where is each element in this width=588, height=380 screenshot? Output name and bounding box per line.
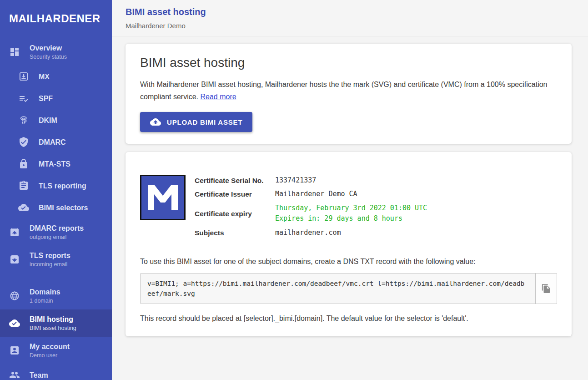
sidebar-item-label: MX — [39, 72, 50, 81]
page-subtitle: Mailhardener Demo — [126, 22, 577, 30]
content-area: BIMI asset hosting With Mailhardener BIM… — [112, 36, 588, 380]
sidebar-item-sublabel: Security status — [30, 53, 67, 61]
sidebar-item-tls-reports[interactable]: TLS reports incoming email — [0, 246, 112, 273]
app-window: MAILHARDENER Overview Security status MX — [0, 0, 588, 380]
certificate-serial-value: 1337421337 — [275, 176, 316, 185]
cloud-upload-icon — [150, 117, 161, 127]
sidebar-item-dmarc-reports[interactable]: DMARC reports outgoing email — [0, 218, 112, 246]
topbar: BIMI asset hosting Mailhardener Demo — [112, 0, 588, 36]
certificate-subjects-value: mailhardener.com — [275, 228, 341, 238]
sidebar-item-my-account[interactable]: My account Demo user — [0, 337, 112, 364]
brand-logo: MAILHARDENER — [0, 0, 112, 38]
dashboard-icon — [9, 46, 20, 57]
nav-divider-gap — [0, 273, 112, 282]
unarchive-icon — [9, 227, 20, 238]
sidebar-item-label: DMARC reports — [30, 224, 84, 233]
upload-button-label: UPLOAD BIMI ASSET — [167, 118, 242, 126]
sidebar-item-label: Team — [30, 371, 48, 380]
card-heading: BIMI asset hosting — [140, 56, 557, 70]
sidebar-item-bimi-selectors[interactable]: BIMI selectors — [0, 197, 112, 218]
field-label: Subjects — [195, 228, 275, 238]
dns-instruction-text: To use this BIMI asset for one of the su… — [140, 255, 557, 268]
sidebar-item-sublabel: outgoing email — [30, 233, 84, 241]
intro-paragraph: With Mailhardener BIMI asset hosting, Ma… — [140, 78, 557, 103]
certificate-issuer-value: Mailhardener Demo CA — [275, 189, 357, 199]
sidebar-item-label: BIMI selectors — [39, 203, 88, 212]
field-label: Certificate expiry — [195, 209, 275, 218]
read-more-link[interactable]: Read more — [201, 93, 236, 101]
shield-check-icon — [18, 137, 29, 147]
dns-record-block: v=BIMI1; a=https://bimi.mailhardener.com… — [140, 273, 557, 304]
field-label: Certificate Serial No. — [195, 176, 275, 185]
sidebar-item-bimi-hosting[interactable]: BIMI hosting BIMI asset hosting — [0, 309, 112, 337]
sidebar: MAILHARDENER Overview Security status MX — [0, 0, 112, 380]
sidebar-item-label: TLS reporting — [39, 182, 86, 190]
page-title: BIMI asset hosting — [126, 7, 577, 17]
sidebar-item-label: TLS reports — [30, 251, 70, 260]
sidebar-nav: Overview Security status MX SPF — [0, 38, 112, 380]
account-box-icon — [9, 345, 20, 356]
certificate-field-row: Certificate Issuer Mailhardener Demo CA — [195, 189, 427, 199]
sidebar-item-domains[interactable]: Domains 1 domain — [0, 282, 112, 309]
bimi-mark-logo — [140, 175, 186, 220]
certificate-fields: Certificate Serial No. 1337421337 Certif… — [195, 175, 427, 242]
cloud-check-icon — [9, 318, 20, 329]
sidebar-item-label: SPF — [39, 94, 53, 103]
sidebar-item-tls-reporting[interactable]: TLS reporting — [0, 175, 112, 197]
field-label: Certificate Issuer — [195, 189, 275, 199]
certificate-field-row: Subjects mailhardener.com — [195, 228, 427, 238]
sidebar-item-sublabel: Demo user — [30, 352, 70, 359]
sidebar-item-sublabel: 1 domain — [30, 297, 60, 304]
sidebar-item-spf[interactable]: SPF — [0, 87, 112, 109]
certificate-field-row: Certificate expiry Thursday, February 3r… — [195, 203, 427, 224]
certificate-summary: Certificate Serial No. 1337421337 Certif… — [140, 175, 557, 242]
sidebar-item-sublabel: BIMI asset hosting — [30, 324, 76, 332]
expiry-date: Thursday, February 3rd 2022 01:00 UTC — [275, 203, 427, 213]
sidebar-item-label: DKIM — [39, 116, 57, 125]
archive-icon — [9, 254, 20, 265]
sidebar-item-mx[interactable]: MX — [0, 66, 112, 87]
playlist-check-icon — [18, 93, 29, 104]
sidebar-item-label: MTA-STS — [39, 160, 70, 168]
certificate-field-row: Certificate Serial No. 1337421337 — [195, 176, 427, 185]
certificate-card: Certificate Serial No. 1337421337 Certif… — [126, 152, 572, 336]
copy-icon — [541, 284, 551, 294]
sidebar-item-label: My account — [30, 342, 70, 351]
sidebar-item-dkim[interactable]: DKIM — [0, 109, 112, 131]
globe-icon — [9, 290, 20, 301]
cloud-check-icon — [18, 202, 29, 213]
sidebar-item-overview[interactable]: Overview Security status — [0, 38, 112, 66]
expiry-countdown: Expires in: 29 days and 8 hours — [275, 213, 427, 224]
selector-note-text: This record should be placed at [selecto… — [140, 312, 557, 324]
intro-card: BIMI asset hosting With Mailhardener BIM… — [126, 44, 572, 144]
sidebar-item-label: DMARC — [39, 138, 66, 147]
copy-button[interactable] — [538, 281, 554, 296]
lock-icon — [18, 158, 29, 169]
main-area: BIMI asset hosting Mailhardener Demo BIM… — [112, 0, 588, 380]
sidebar-item-mta-sts[interactable]: MTA-STS — [0, 153, 112, 175]
sidebar-item-label: Domains — [30, 288, 60, 296]
clipboard-icon — [18, 180, 29, 191]
sidebar-item-dmarc[interactable]: DMARC — [0, 131, 112, 153]
inbox-download-icon — [18, 71, 29, 82]
certificate-expiry-value: Thursday, February 3rd 2022 01:00 UTC Ex… — [275, 203, 427, 224]
sidebar-item-team[interactable]: Team — [0, 364, 112, 380]
people-icon — [9, 370, 20, 380]
upload-bimi-asset-button[interactable]: UPLOAD BIMI ASSET — [140, 112, 252, 132]
fingerprint-icon — [18, 115, 29, 126]
dns-record-value: v=BIMI1; a=https://bimi.mailhardener.com… — [141, 274, 536, 304]
sidebar-item-label: Overview — [30, 44, 67, 52]
sidebar-item-label: BIMI hosting — [30, 315, 76, 324]
copy-cell — [536, 274, 557, 304]
sidebar-item-sublabel: incoming email — [30, 261, 70, 268]
